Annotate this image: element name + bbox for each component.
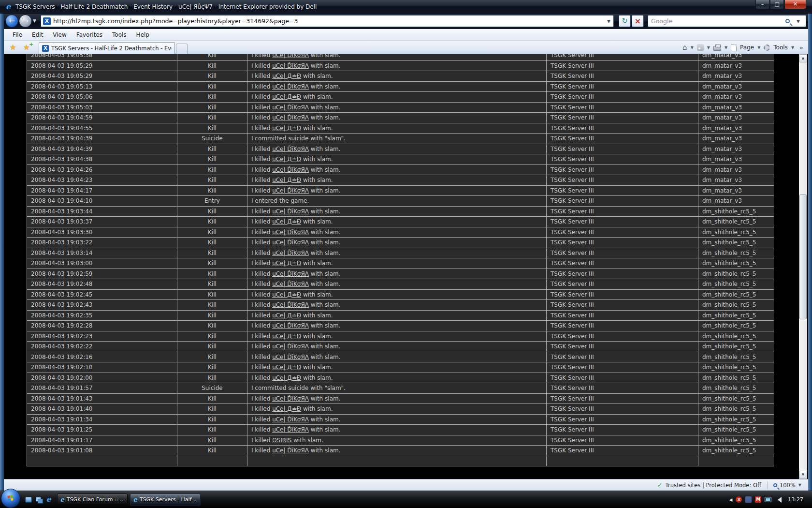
tray-messenger-icon[interactable]: M xyxy=(755,496,761,503)
player-link[interactable]: uCe| ĎĩKσЯΛ xyxy=(272,416,309,423)
player-link[interactable]: uCe| ĎĩKσЯΛ xyxy=(272,62,309,69)
minimize-button[interactable]: – xyxy=(755,0,769,9)
network-icon[interactable] xyxy=(765,497,771,502)
taskbar-clock[interactable]: 13:27 xyxy=(788,496,803,503)
tray-expand-icon[interactable]: ◀ xyxy=(729,497,732,502)
search-icon[interactable] xyxy=(785,19,790,23)
more-tools-chevron-icon[interactable]: » xyxy=(799,44,803,51)
show-desktop-icon[interactable] xyxy=(25,497,32,503)
refresh-button[interactable]: ↻ xyxy=(619,15,631,27)
event-description: I killed uCe| ĎĩKσЯΛ with slam. xyxy=(247,238,547,248)
search-dropdown-icon[interactable]: ▼ xyxy=(797,19,800,24)
tray-alert-icon[interactable]: x xyxy=(736,496,742,503)
event-server: TSGK Server III xyxy=(547,331,698,342)
player-link[interactable]: uCe| Д≐Đ xyxy=(272,405,301,412)
event-type: Kill xyxy=(177,279,247,290)
favorites-center-button[interactable]: ★ xyxy=(10,43,16,52)
player-link[interactable]: uCe| ĎĩKσЯΛ xyxy=(272,239,309,246)
player-link[interactable]: uCe| ĎĩKσЯΛ xyxy=(272,104,309,111)
event-map xyxy=(698,456,774,466)
player-link[interactable]: uCe| ĎĩKσЯΛ xyxy=(272,270,309,277)
player-link[interactable]: uCe| ĎĩKσЯΛ xyxy=(272,426,309,433)
home-dropdown-icon[interactable]: ▼ xyxy=(691,45,694,50)
menu-edit[interactable]: Edit xyxy=(27,30,48,40)
menu-file[interactable]: File xyxy=(8,30,27,40)
player-link[interactable]: uCe| ĎĩKσЯΛ xyxy=(272,187,309,194)
menu-favorites[interactable]: Favorites xyxy=(72,30,107,40)
player-link[interactable]: uCe| ĎĩKσЯΛ xyxy=(272,447,309,454)
new-tab-stub[interactable] xyxy=(176,44,188,54)
address-dropdown-icon[interactable]: ▼ xyxy=(607,19,610,24)
url-input[interactable] xyxy=(53,17,604,25)
taskbar-button-servers[interactable]: e TSGK Servers - Half-... xyxy=(130,493,201,506)
player-link[interactable]: uCe| Д≐Đ xyxy=(272,93,301,100)
zoom-level[interactable]: 100% xyxy=(780,482,796,489)
restore-button[interactable]: □ xyxy=(770,0,784,9)
player-link[interactable]: uCe| Д≐Đ xyxy=(272,156,301,163)
start-button[interactable] xyxy=(1,489,20,508)
print-icon[interactable] xyxy=(713,46,721,51)
home-icon[interactable]: ⌂ xyxy=(682,43,687,52)
taskbar-button-forum[interactable]: e TSGK Clan Forum :: ... xyxy=(57,493,128,506)
player-link[interactable]: uCe| ĎĩKσЯΛ xyxy=(272,83,309,90)
scroll-down-button[interactable]: ▼ xyxy=(799,471,807,479)
player-link[interactable]: uCe| Д≐Đ xyxy=(272,125,301,132)
player-link[interactable]: uCe| Д≐Đ xyxy=(272,218,301,225)
player-link[interactable]: uCe| Д≐Đ xyxy=(272,312,301,319)
player-link[interactable]: uCe| ĎĩKσЯΛ xyxy=(272,322,309,329)
vertical-scrollbar[interactable]: ▲ ▼ xyxy=(799,54,807,479)
page-dropdown-icon[interactable]: ▼ xyxy=(757,45,760,50)
switch-windows-icon[interactable] xyxy=(36,497,43,503)
table-row: 2008-04-03 19:01:40KillI killed uCe| Д≐Đ… xyxy=(27,404,774,415)
player-link[interactable]: OSIRIS xyxy=(272,437,291,444)
feeds-icon[interactable] xyxy=(697,44,704,51)
player-link[interactable]: uCe| ĎĩKσЯΛ xyxy=(272,208,309,215)
player-link[interactable]: uCe| Д≐Đ xyxy=(272,73,301,79)
forward-button[interactable]: → xyxy=(19,15,32,28)
player-link[interactable]: uCe| ĎĩKσЯΛ xyxy=(272,229,309,236)
feeds-dropdown-icon[interactable]: ▼ xyxy=(707,45,710,50)
player-link[interactable]: uCe| ĎĩKσЯΛ xyxy=(272,343,309,350)
event-map: dm_shithole_rc5_5 xyxy=(698,321,774,331)
volume-icon[interactable] xyxy=(775,497,782,503)
event-map: dm_matar_v3 xyxy=(698,134,774,144)
event-map: dm_matar_v3 xyxy=(698,185,774,196)
event-map: dm_matar_v3 xyxy=(698,81,774,92)
player-link[interactable]: uCe| ĎĩKσЯΛ xyxy=(272,395,309,402)
history-dropdown[interactable]: ▼ xyxy=(33,18,36,23)
print-dropdown-icon[interactable]: ▼ xyxy=(725,45,727,50)
player-link[interactable]: uCe| Д≐Đ xyxy=(272,177,301,183)
player-link[interactable]: uCe| Д≐Đ xyxy=(272,260,301,267)
player-link[interactable]: uCe| ĎĩKσЯΛ xyxy=(272,54,309,59)
launch-ie-icon[interactable]: e xyxy=(46,496,51,503)
player-link[interactable]: uCe| ĎĩKσЯΛ xyxy=(272,114,309,121)
player-link[interactable]: uCe| Д≐Đ xyxy=(272,374,301,381)
close-button[interactable]: × xyxy=(784,0,806,9)
player-link[interactable]: uCe| Д≐Đ xyxy=(272,291,301,298)
tools-menu-button[interactable]: Tools xyxy=(773,44,788,51)
stop-button[interactable]: × xyxy=(632,15,644,27)
menu-tools[interactable]: Tools xyxy=(107,30,131,40)
back-arrow-icon: ← xyxy=(9,16,15,25)
player-link[interactable]: uCe| ĎĩKσЯΛ xyxy=(272,281,309,287)
title-bar[interactable]: e TSGK Servers - Half-Life 2 Deathmatch … xyxy=(0,0,812,14)
player-link[interactable]: uCe| ĎĩKσЯΛ xyxy=(272,146,309,152)
player-link[interactable]: uCe| Д≐Đ xyxy=(272,364,301,371)
player-link[interactable]: uCe| Д≐Đ xyxy=(272,333,301,340)
zoom-icon[interactable] xyxy=(773,483,777,487)
scroll-up-button[interactable]: ▲ xyxy=(799,54,807,62)
tray-app-icon[interactable] xyxy=(745,496,752,503)
tools-dropdown-icon[interactable]: ▼ xyxy=(791,45,794,50)
page-menu-button[interactable]: Page xyxy=(740,44,754,51)
zoom-dropdown-icon[interactable]: ▼ xyxy=(798,483,801,487)
menu-help[interactable]: Help xyxy=(131,30,154,40)
scrollbar-thumb[interactable] xyxy=(799,194,807,319)
back-button[interactable]: ← xyxy=(5,15,18,28)
player-link[interactable]: uCe| ĎĩKσЯΛ xyxy=(272,250,309,256)
player-link[interactable]: uCe| ĎĩKσЯΛ xyxy=(272,301,309,308)
search-input[interactable] xyxy=(651,17,785,25)
menu-view[interactable]: View xyxy=(48,30,71,40)
player-link[interactable]: uCe| ĎĩKσЯΛ xyxy=(272,354,309,360)
player-link[interactable]: uCe| ĎĩKσЯΛ xyxy=(272,166,309,173)
tab-active[interactable]: X TSGK Servers - Half-Life 2 Deathmatch … xyxy=(39,42,175,54)
